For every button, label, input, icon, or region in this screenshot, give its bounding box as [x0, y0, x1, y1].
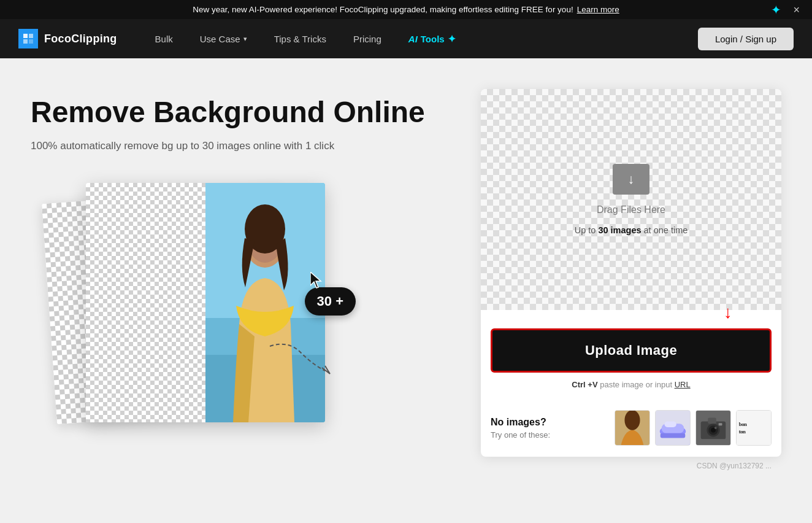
banner-learn-more-link[interactable]: Learn more	[577, 5, 619, 14]
sample-thumb-woman[interactable]	[615, 410, 650, 446]
svg-rect-3	[29, 39, 33, 44]
red-arrow-area: ↓	[481, 304, 781, 322]
sample-text-area: No images? Try one of these:	[491, 417, 606, 440]
sample-row: No images? Try one of these:	[481, 399, 781, 457]
image-showcase: 30 +	[31, 177, 362, 435]
sample-thumb-bonton[interactable]: bon ton	[736, 410, 772, 446]
sample-thumb-camera[interactable]	[695, 410, 731, 446]
paste-hint-middle: paste image or input	[600, 380, 674, 389]
login-signup-button[interactable]: Login / Sign up	[698, 28, 794, 50]
drop-area[interactable]: Drag Files Here Up to 30 images at one t…	[481, 89, 781, 310]
announcement-banner: New year, new AI-Powered experience! Foc…	[0, 0, 812, 19]
nav-links: Bulk Use Case ▾ Tips & Tricks Pricing AI…	[142, 19, 698, 58]
upload-image-button[interactable]: Upload Image	[491, 328, 772, 373]
url-link[interactable]: URL	[675, 380, 691, 389]
banner-close-button[interactable]: ×	[793, 3, 800, 16]
hero-left: Remove Background Online 100% automatica…	[31, 89, 456, 435]
svg-rect-25	[719, 423, 722, 425]
svg-rect-17	[661, 433, 686, 438]
nav-item-tips-tricks[interactable]: Tips & Tricks	[261, 19, 340, 58]
drag-files-label: Drag Files Here	[597, 204, 665, 215]
thumb-sneaker-img	[656, 411, 690, 445]
svg-point-12	[624, 411, 640, 430]
nav-label-ai-tools: AI	[408, 34, 418, 44]
up-to-bold: 30 images	[598, 225, 641, 235]
hero-subtitle: 100% automatically remove bg up to 30 im…	[31, 140, 456, 152]
nav-label-tools: Tools	[421, 34, 445, 44]
logo-text: FocoClipping	[44, 33, 117, 45]
upload-panel: Drag Files Here Up to 30 images at one t…	[481, 89, 781, 457]
showcase-card-front	[86, 183, 325, 422]
sample-images: bon ton	[615, 410, 772, 446]
dashed-arrow-icon	[264, 334, 337, 385]
paste-hint: Ctrl +V paste image or input URL	[491, 380, 772, 389]
drop-icon	[613, 164, 649, 195]
cursor-icon	[310, 272, 325, 293]
thumb-camera-img	[696, 411, 730, 445]
hero-right: Drag Files Here Up to 30 images at one t…	[481, 89, 781, 475]
svg-text:ton: ton	[739, 428, 746, 435]
red-arrow-icon: ↓	[724, 304, 732, 322]
nav-item-bulk[interactable]: Bulk	[142, 19, 186, 58]
try-one-of-these-label: Try one of these:	[491, 430, 606, 440]
photo-transparent-half	[86, 183, 205, 422]
watermark: CSDN @yun132792 ...	[481, 457, 781, 475]
svg-rect-20	[708, 418, 716, 424]
banner-text: New year, new AI-Powered experience! Foc…	[193, 5, 573, 14]
svg-text:bon: bon	[739, 421, 747, 427]
logo[interactable]: FocoClipping	[18, 29, 117, 48]
sample-thumb-sneaker[interactable]	[655, 410, 691, 446]
ai-sparkle-icon: ✦	[448, 33, 456, 45]
up-to-suffix: at one time	[642, 225, 688, 235]
hero-title: Remove Background Online	[31, 95, 456, 129]
svg-rect-1	[29, 34, 33, 38]
nav-label-use-case: Use Case	[200, 34, 240, 44]
upload-button-area: Upload Image Ctrl +V paste image or inpu…	[481, 322, 781, 399]
svg-rect-2	[23, 39, 28, 44]
nav-item-use-case[interactable]: Use Case ▾	[186, 19, 261, 58]
no-images-title: No images?	[491, 417, 606, 428]
thumb-bonton-img: bon ton	[737, 411, 771, 445]
up-to-prefix: Up to	[575, 225, 599, 235]
banner-sparkle-icon: ✦	[771, 2, 781, 17]
svg-point-24	[714, 427, 717, 429]
nav-label-pricing: Pricing	[353, 34, 381, 44]
chevron-down-icon: ▾	[243, 35, 247, 43]
hero-section: Remove Background Online 100% automatica…	[0, 58, 812, 523]
nav-label-tips-tricks: Tips & Tricks	[274, 34, 326, 44]
logo-icon	[18, 29, 38, 48]
nav-item-pricing[interactable]: Pricing	[340, 19, 395, 58]
paste-shortcut: Ctrl +V	[572, 380, 597, 389]
svg-rect-0	[23, 34, 28, 38]
main-navbar: FocoClipping Bulk Use Case ▾ Tips & Tric…	[0, 19, 812, 58]
svg-rect-16	[664, 421, 676, 427]
nav-item-ai-tools[interactable]: AI Tools ✦	[395, 19, 469, 58]
photo-split	[86, 183, 325, 422]
thumb-woman-img	[615, 411, 649, 445]
nav-label-bulk: Bulk	[155, 34, 173, 44]
up-to-text: Up to 30 images at one time	[575, 225, 688, 235]
